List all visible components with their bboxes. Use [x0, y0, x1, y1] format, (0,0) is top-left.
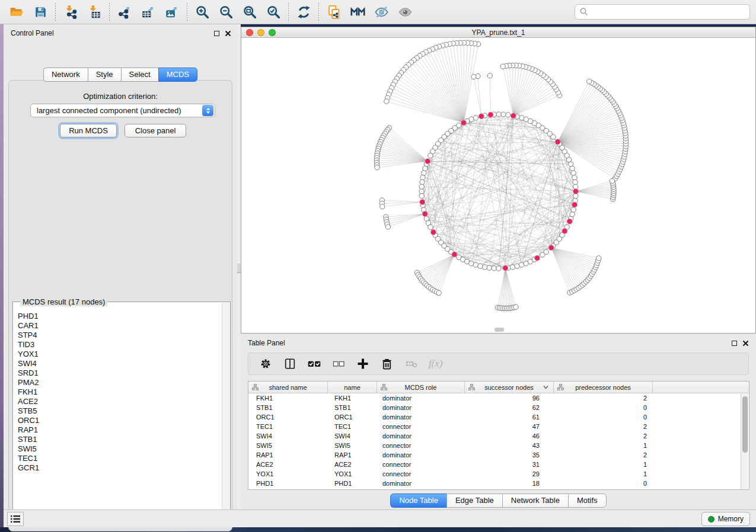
mcds-result-item[interactable]: SRD1	[18, 368, 222, 378]
zoom-out-button[interactable]	[214, 2, 238, 22]
table-row[interactable]: SWI5SWI5connector431	[248, 441, 749, 450]
mcds-result-title: MCDS result (17 nodes)	[20, 297, 107, 306]
save-session-button[interactable]	[28, 2, 52, 22]
trash-icon	[380, 357, 394, 371]
close-table-panel-icon[interactable]	[742, 340, 749, 347]
mcds-result-item[interactable]: FKH1	[18, 387, 222, 397]
mcds-result-item[interactable]: CAR1	[18, 321, 222, 331]
plus-icon	[356, 357, 370, 371]
tab-network-table[interactable]: Network Table	[502, 493, 568, 508]
table-scrollbar-thumb[interactable]	[742, 396, 748, 453]
import-table-button[interactable]	[82, 2, 106, 22]
tab-motifs[interactable]: Motifs	[568, 493, 607, 508]
unchecked-boxes-icon	[331, 357, 346, 371]
close-panel-button[interactable]: Close panel	[125, 124, 186, 137]
table-settings-button[interactable]	[254, 354, 276, 373]
tab-edge-table[interactable]: Edge Table	[446, 493, 502, 508]
mcds-result-list[interactable]: PHD1CAR1STP4TID3YOX1SWI4SRD1PMA2FKH1ACE2…	[14, 308, 222, 518]
mcds-result-item[interactable]: SWI5	[18, 444, 222, 454]
table-row[interactable]: YOX1YOX1connector291	[248, 469, 749, 479]
copy-network-button[interactable]	[322, 2, 346, 22]
mcds-result-item[interactable]: TEC1	[18, 454, 222, 463]
float-table-panel-icon[interactable]	[732, 341, 737, 346]
cell-predecessors: 2	[554, 431, 653, 441]
mcds-result-scrollbar[interactable]	[222, 303, 229, 518]
export-image-button[interactable]	[160, 2, 184, 22]
tab-select[interactable]: Select	[121, 68, 158, 82]
panel-list-button[interactable]	[7, 512, 24, 526]
tab-mcds[interactable]: MCDS	[158, 68, 197, 82]
eye-slash-icon	[374, 4, 390, 20]
table-row[interactable]: STB1STB1dominator620	[248, 403, 749, 412]
mcds-result-item[interactable]: GCR1	[18, 463, 222, 473]
deselect-all-checks-button[interactable]	[327, 354, 349, 373]
import-network-button[interactable]	[59, 2, 82, 22]
mcds-result-item[interactable]: PMA2	[18, 378, 222, 387]
cell-role: dominator	[377, 450, 465, 460]
table-scrollbar[interactable]	[741, 394, 748, 489]
open-file-button[interactable]	[5, 2, 28, 22]
chevron-down-icon[interactable]	[543, 385, 548, 389]
show-all-button[interactable]	[393, 2, 417, 22]
mcds-result-item[interactable]: STB5	[18, 406, 222, 416]
cell-successors: 62	[465, 403, 554, 412]
add-column-button[interactable]	[352, 354, 374, 373]
delete-column-button[interactable]	[376, 354, 398, 373]
mcds-result-item[interactable]: STB1	[18, 435, 222, 444]
open-folder-icon	[9, 4, 24, 20]
refresh-button[interactable]	[292, 2, 315, 22]
cell-shared_name: ORC1	[248, 412, 328, 422]
control-panel-tabs: NetworkStyleSelectMCDS	[4, 68, 237, 82]
mcds-result-item[interactable]: TID3	[18, 340, 222, 350]
float-panel-icon[interactable]	[214, 31, 219, 36]
tab-network[interactable]: Network	[43, 68, 88, 82]
network-window-titlebar[interactable]: YPA_prune.txt_1	[241, 27, 755, 38]
zoom-selected-button[interactable]	[261, 2, 285, 22]
column-header-shared-name[interactable]: shared name	[248, 382, 328, 393]
table-row[interactable]: FKH1FKH1dominator962	[248, 393, 749, 403]
cell-successors: 43	[465, 441, 554, 450]
run-mcds-button[interactable]: Run MCDS	[60, 124, 117, 137]
zoom-fit-button[interactable]	[238, 2, 261, 22]
table-row[interactable]: SWI4SWI4dominator462	[248, 431, 749, 441]
network-graph-svg[interactable]	[241, 38, 755, 333]
column-header-MCDS-role[interactable]: MCDS role	[377, 382, 465, 393]
mcds-result-item[interactable]: ACE2	[18, 397, 222, 406]
export-network-button[interactable]	[113, 2, 136, 22]
close-panel-icon[interactable]	[225, 30, 231, 37]
memory-button[interactable]: Memory	[701, 512, 750, 526]
show-columns-button[interactable]	[279, 354, 301, 373]
cell-name: PHD1	[328, 479, 377, 488]
cell-shared_name: YOX1	[248, 469, 328, 479]
zoom-in-button[interactable]	[190, 2, 214, 22]
export-network-icon	[117, 4, 132, 20]
optimization-criterion-select[interactable]: largest connected component (undirected)	[30, 104, 215, 117]
column-header-successor-nodes[interactable]: successor nodes	[465, 382, 554, 393]
first-neighbors-button[interactable]	[346, 2, 369, 22]
table-row[interactable]: RAP1RAP1dominator352	[248, 450, 749, 460]
zoom-fit-icon	[242, 4, 258, 20]
mcds-result-item[interactable]: ORC1	[18, 416, 222, 425]
tab-style[interactable]: Style	[88, 68, 121, 82]
mcds-result-item[interactable]: STP4	[18, 331, 222, 340]
mcds-result-item[interactable]: PHD1	[18, 312, 222, 321]
mcds-result-item[interactable]: YOX1	[18, 350, 222, 359]
mcds-result-item[interactable]: RAP1	[18, 425, 222, 435]
network-scroll-nub[interactable]	[495, 328, 504, 332]
export-table-button[interactable]	[136, 2, 160, 22]
table-row[interactable]: ACE2ACE2connector311	[248, 460, 749, 469]
network-canvas[interactable]	[241, 38, 755, 333]
tab-node-table[interactable]: Node Table	[390, 493, 446, 508]
select-all-checks-button[interactable]	[303, 354, 325, 373]
table-row[interactable]: TEC1TEC1connector472	[248, 422, 749, 431]
hide-selected-button[interactable]	[369, 2, 393, 22]
mcds-panel: Optimization criterion: largest connecte…	[8, 80, 232, 531]
column-header-name[interactable]: name	[328, 382, 377, 393]
memory-label: Memory	[718, 515, 744, 523]
table-row[interactable]: ORC1ORC1dominator610	[248, 412, 749, 422]
column-header-predecessor-nodes[interactable]: predecessor nodes	[554, 382, 653, 393]
search-field[interactable]	[575, 4, 750, 20]
table-row[interactable]: PHD1PHD1dominator180	[248, 479, 749, 488]
mcds-result-item[interactable]: SWI4	[18, 359, 222, 368]
search-input[interactable]	[589, 6, 749, 18]
